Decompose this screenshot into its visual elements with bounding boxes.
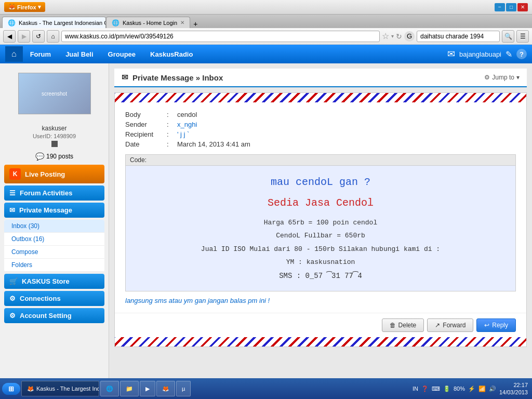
reply-button[interactable]: ↩ Reply	[476, 318, 516, 332]
code-line-6: YM : kaskusnation	[133, 256, 508, 268]
compose-item[interactable]: Compose	[4, 246, 104, 259]
torrent-icon: µ	[182, 385, 185, 392]
tab2-close[interactable]: ✕	[180, 20, 184, 25]
taskbar-clock: 22:17 14/03/2013	[499, 381, 528, 396]
recipient-value[interactable]: ' j j `	[177, 130, 189, 138]
kaskus-store-label: KASKUS Store	[22, 277, 70, 285]
store-icon: 🛒	[9, 277, 18, 285]
pm-header-icon: ✉	[122, 73, 128, 82]
taskbar-media-icon[interactable]: ▶	[140, 381, 155, 396]
gear-icon: ⚙	[484, 74, 490, 81]
date-label: Date	[125, 140, 167, 148]
sidebar-private-message[interactable]: ✉ Private Message	[4, 203, 104, 218]
volume-icon[interactable]: 🔊	[489, 385, 496, 392]
search-bar[interactable]	[417, 31, 500, 42]
firefox-taskbar-icon: 🦊	[27, 385, 34, 392]
help-tray-icon[interactable]: ❓	[421, 385, 429, 392]
forward-button[interactable]: ▶	[18, 30, 30, 43]
date-value: March 14, 2013 4:41 am	[177, 140, 250, 148]
reply-icon: ↩	[484, 322, 489, 329]
account-icon: ⚙	[9, 312, 16, 320]
sidebar-connections[interactable]: ⚙ Connections	[4, 291, 104, 306]
folders-item[interactable]: Folders	[4, 259, 104, 272]
reload-button[interactable]: ↺	[32, 30, 45, 43]
delete-button[interactable]: 🗑 Delete	[382, 318, 424, 332]
page-header: ✉ Private Message » Inbox ⚙ Jump to ▾	[114, 69, 527, 87]
code-content: mau cendoL gan ? Sedia Jasa Cendol Harga…	[126, 166, 515, 291]
home-button[interactable]: ⌂	[47, 30, 59, 43]
sidebar-live-posting[interactable]: K Live Posting	[4, 165, 104, 183]
bookmark-icon[interactable]: ☆	[382, 31, 389, 41]
tab1-label: Kaskus - The Largest Indonesian Com...	[19, 20, 106, 26]
tab-2[interactable]: 🌐 Kaskus - Home Login ✕	[106, 17, 190, 28]
start-button[interactable]: ⊞	[2, 383, 20, 395]
folder-icon: 📁	[126, 385, 133, 392]
firefox-menu-button[interactable]: 🦊 Firefox ▾	[4, 2, 45, 12]
sidebar-account-setting[interactable]: ⚙ Account Setting	[4, 308, 104, 323]
message-footer-text: langsung sms atau ym gan jangan balas pm…	[125, 297, 516, 304]
search-button[interactable]: 🔍	[502, 30, 514, 43]
jump-to-button[interactable]: ⚙ Jump to ▾	[484, 74, 520, 81]
taskbar-explorer-icon[interactable]: 📁	[120, 381, 139, 396]
sender-label: Sender	[125, 121, 167, 128]
content-panel: ✉ Private Message » Inbox ⚙ Jump to ▾ Bo…	[109, 63, 532, 378]
refresh-icon[interactable]: ↻	[396, 32, 402, 41]
tab-1[interactable]: 🌐 Kaskus - The Largest Indonesian Com...…	[2, 17, 106, 28]
code-line-2: Sedia Jasa Cendol	[133, 194, 508, 212]
firefox-label: Firefox	[17, 4, 36, 10]
code-line-1: mau cendoL gan ?	[133, 173, 508, 192]
sender-value[interactable]: x_nghi	[177, 121, 197, 128]
page-title-text: Private Message » Inbox	[132, 73, 223, 82]
nav-jual-beli[interactable]: Jual Beli	[58, 47, 100, 61]
nav-kaskus-radio[interactable]: KaskusRadio	[143, 47, 200, 61]
address-bar[interactable]	[61, 31, 380, 42]
posts-count: 190 posts	[46, 153, 73, 160]
browser-titlebar: 🦊 Firefox ▾ − □ ✕	[0, 0, 532, 15]
settings-button[interactable]: ☰	[516, 30, 529, 43]
nav-username: bajanglabuapi	[459, 50, 501, 58]
jump-to-label: Jump to	[492, 74, 514, 81]
taskbar-ie-icon[interactable]: 🌐	[100, 381, 119, 396]
taskbar-torrent-icon[interactable]: µ	[176, 381, 191, 396]
help-icon[interactable]: ?	[516, 49, 527, 59]
back-button[interactable]: ◀	[3, 30, 16, 43]
inbox-item[interactable]: Inbox (30)	[4, 220, 104, 233]
sidebar-userid: UserID: 1498909	[0, 133, 109, 139]
body-label: Body	[125, 111, 167, 118]
bookmark-down-icon[interactable]: ▾	[391, 33, 394, 39]
sidebar-forum-activities[interactable]: ☰ Forum Activities	[4, 185, 104, 201]
outbox-item[interactable]: Outbox (16)	[4, 233, 104, 246]
nav-forum[interactable]: Forum	[23, 47, 58, 61]
taskbar-system-tray: IN ❓ ⌨ 🔋 80% ⚡ 📶 🔊 22:17 14/03/2013	[413, 381, 530, 396]
tab1-favicon: 🌐	[8, 19, 16, 26]
forward-label: Forward	[443, 322, 466, 329]
pm-submenu: Inbox (30) Outbox (16) Compose Folders	[4, 220, 104, 272]
keyboard-icon[interactable]: ⌨	[432, 385, 440, 392]
forum-activities-icon: ☰	[9, 189, 16, 197]
connections-icon: ⚙	[9, 295, 16, 302]
forward-button[interactable]: ↗ Forward	[427, 318, 473, 332]
tab2-favicon: 🌐	[112, 19, 119, 26]
pm-icon[interactable]: ✉	[447, 48, 455, 60]
action-buttons: 🗑 Delete ↗ Forward ↩ Reply	[115, 313, 526, 337]
nav-groupee[interactable]: Groupee	[101, 47, 143, 61]
new-tab-button[interactable]: +	[190, 20, 201, 28]
edit-profile-icon[interactable]: ✎	[506, 49, 512, 59]
windows-icon: ⊞	[8, 385, 14, 393]
firefox-icon: 🦊	[162, 385, 169, 392]
clock-date: 14/03/2013	[499, 389, 528, 396]
account-setting-label: Account Setting	[20, 312, 72, 320]
message-body: Body : cendol Sender : x_nghi Recipient …	[115, 102, 526, 313]
close-button[interactable]: ✕	[517, 3, 528, 11]
browser-tabs: 🌐 Kaskus - The Largest Indonesian Com...…	[0, 15, 532, 28]
body-value: cendol	[177, 111, 197, 118]
main-content: screenshot kaskuser UserID: 1498909 💬 19…	[0, 63, 532, 378]
kaskus-home-button[interactable]: ⌂	[5, 46, 23, 62]
chevron-down-icon: ▾	[516, 74, 520, 81]
kaskus-navbar: ⌂ Forum Jual Beli Groupee KaskusRadio ✉ …	[0, 45, 532, 63]
minimize-button[interactable]: −	[495, 3, 505, 11]
taskbar-tab-1[interactable]: 🦊 Kaskus - The Largest Indone...	[21, 381, 99, 396]
maximize-button[interactable]: □	[506, 3, 516, 11]
taskbar-firefox-icon[interactable]: 🦊	[156, 381, 175, 396]
sidebar-kaskus-store[interactable]: 🛒 KASKUS Store	[4, 274, 104, 289]
